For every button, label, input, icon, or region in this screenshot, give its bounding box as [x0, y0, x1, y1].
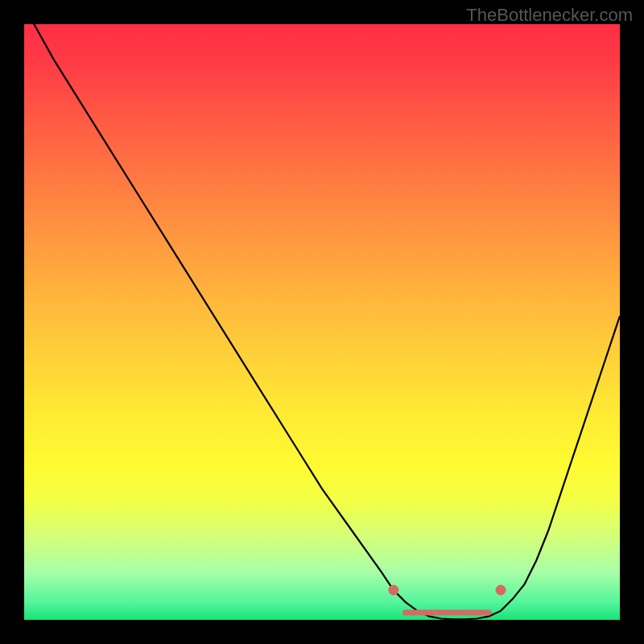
gradient-background	[24, 24, 620, 620]
chart-container: TheBottlenecker.com	[0, 0, 644, 644]
right-marker	[496, 585, 506, 596]
left-marker	[388, 585, 398, 596]
watermark-text: TheBottlenecker.com	[466, 5, 633, 26]
chart-svg	[24, 24, 620, 620]
